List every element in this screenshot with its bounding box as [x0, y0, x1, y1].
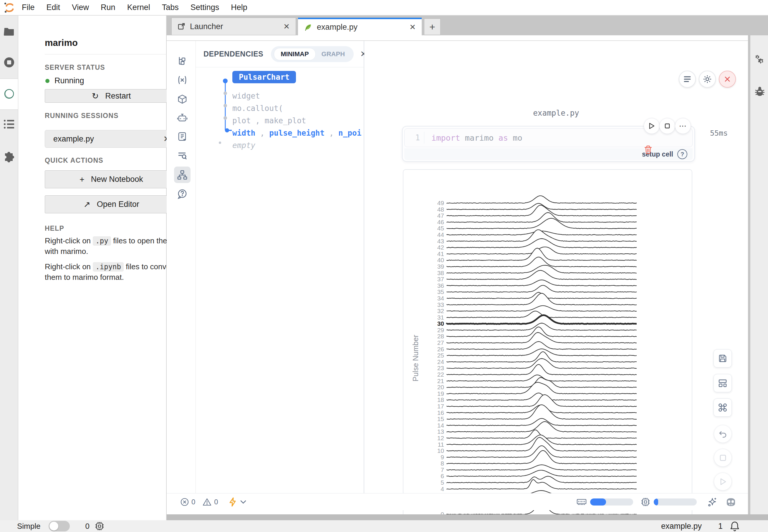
variable-explorer-icon[interactable] — [174, 53, 190, 69]
menu-file[interactable]: File — [16, 3, 41, 12]
notebook-status-toolbar: 0 0 — [167, 493, 748, 510]
menu-tabs[interactable]: Tabs — [156, 3, 184, 12]
session-name: example.py — [53, 134, 163, 144]
menu-edit[interactable]: Edit — [41, 3, 66, 12]
restart-button[interactable]: ↻ Restart — [45, 89, 178, 103]
notebook-filename: example.py — [364, 109, 748, 117]
notebook-settings-button[interactable] — [699, 71, 716, 88]
menu-bar: File Edit View Run Kernel Tabs Settings … — [0, 0, 768, 16]
launcher-tab-icon — [177, 23, 185, 30]
stop-cell-button[interactable] — [659, 118, 675, 134]
tree-item-plot[interactable]: plot , make_plot — [232, 116, 306, 125]
marimo-sidebar-panel: marimo SERVER STATUS Running ↻ Restart R… — [18, 16, 167, 520]
notification-count: 1 — [718, 522, 723, 531]
svg-text:45: 45 — [437, 225, 444, 232]
layout-toggle-button[interactable] — [714, 374, 732, 392]
tree-item-widget[interactable]: widget — [232, 92, 260, 100]
scratchpad-search-icon[interactable] — [174, 147, 190, 164]
help-panel-icon[interactable] — [174, 186, 190, 202]
notebook-menu-button[interactable] — [679, 71, 696, 88]
svg-text:29: 29 — [437, 327, 444, 333]
interrupt-button[interactable] — [714, 449, 732, 467]
tab-launcher[interactable]: Launcher ✕ — [171, 18, 296, 35]
svg-text:28: 28 — [437, 333, 444, 340]
notebook-panel: example.py ⋯ 1 import marimo as mo — [364, 41, 748, 493]
cell-more-button[interactable]: ⋯ — [675, 118, 691, 134]
extensions-icon[interactable] — [3, 152, 15, 163]
undo-button[interactable] — [714, 425, 732, 443]
bell-icon[interactable] — [730, 521, 740, 531]
pulsar-chart-output: Pulse Number4948474645444342414039383736… — [403, 169, 692, 521]
new-notebook-button[interactable]: + New Notebook — [45, 170, 178, 188]
menu-kernel[interactable]: Kernel — [121, 3, 156, 12]
open-editor-button[interactable]: ↗ Open Editor — [45, 195, 178, 213]
new-tab-button[interactable]: + — [424, 19, 440, 35]
keyboard-shortcuts-button[interactable] — [714, 398, 732, 417]
menu-settings[interactable]: Settings — [184, 3, 225, 12]
svg-text:26: 26 — [437, 346, 444, 353]
svg-text:47: 47 — [437, 212, 444, 219]
session-item[interactable]: example.py ✕ — [45, 130, 178, 148]
run-cell-button[interactable] — [644, 118, 660, 134]
table-of-contents-icon[interactable] — [4, 119, 15, 129]
notebook-shutdown-button[interactable] — [719, 71, 736, 88]
svg-text:33: 33 — [437, 301, 444, 308]
debugger-icon[interactable] — [754, 86, 765, 97]
property-inspector-icon[interactable] — [754, 55, 765, 65]
kernel-chip-icon — [95, 521, 104, 531]
menu-run[interactable]: Run — [95, 3, 121, 12]
simple-mode-toggle[interactable] — [49, 521, 70, 531]
help-text-py: Right-click on .py files to open them wi… — [45, 236, 180, 257]
marimo-leaf-icon — [304, 23, 312, 31]
panel-icon-strip — [169, 41, 196, 493]
ai-sparkle-icon[interactable] — [707, 497, 717, 507]
tab-minimap[interactable]: MINIMAP — [274, 48, 315, 60]
warning-indicator[interactable]: 0 — [202, 498, 221, 506]
ram-progress-bar — [590, 498, 633, 506]
tree-item-empty[interactable]: empty — [232, 141, 255, 150]
packages-icon[interactable] — [174, 91, 190, 107]
dependency-tree-lines — [196, 67, 237, 191]
run-mode-indicator[interactable] — [229, 497, 247, 507]
external-arrow-icon: ↗ — [83, 199, 90, 209]
svg-text:9: 9 — [440, 454, 444, 460]
view-toggle: MINIMAP GRAPH — [271, 46, 354, 62]
ram-usage — [577, 498, 633, 506]
tree-item-pulsarchart[interactable]: PulsarChart — [232, 73, 296, 82]
marimo-sidebar-icon[interactable] — [3, 88, 15, 99]
delete-cell-icon[interactable] — [644, 145, 653, 156]
dependencies-panel-icon[interactable] — [174, 167, 190, 183]
functions-icon[interactable] — [174, 72, 190, 88]
tree-item-width[interactable]: width , pulse_height , n_poi — [232, 129, 361, 137]
svg-text:43: 43 — [437, 238, 444, 245]
tree-item-callout[interactable]: mo.callout( — [232, 104, 283, 113]
cpu-usage — [641, 497, 697, 507]
setup-help-icon[interactable]: ? — [677, 149, 687, 159]
save-notebook-button[interactable] — [714, 349, 732, 368]
svg-text:8: 8 — [440, 460, 444, 467]
server-status-value: Running — [54, 76, 84, 85]
ai-assistant-icon[interactable] — [174, 110, 190, 126]
logs-icon[interactable] — [174, 128, 190, 145]
tab-graph[interactable]: GRAPH — [316, 50, 351, 58]
menu-help[interactable]: Help — [225, 3, 253, 12]
close-tab-icon[interactable]: ✕ — [409, 23, 416, 32]
svg-text:20: 20 — [437, 384, 444, 390]
sidebar-title: marimo — [45, 38, 78, 48]
ipynb-extension-chip: .ipynb — [93, 262, 124, 272]
simple-mode-label: Simple — [17, 522, 40, 531]
copilot-icon[interactable] — [726, 498, 736, 506]
svg-text:38: 38 — [437, 270, 444, 276]
error-indicator[interactable]: 0 — [180, 498, 198, 506]
svg-text:40: 40 — [437, 257, 444, 263]
tab-example-py[interactable]: example.py ✕ — [298, 18, 422, 35]
file-browser-icon[interactable] — [4, 26, 15, 36]
help-heading: HELP — [45, 225, 64, 232]
dock-resize-band[interactable] — [167, 514, 768, 520]
close-tab-icon[interactable]: ✕ — [283, 22, 290, 31]
svg-text:5: 5 — [440, 479, 444, 486]
svg-text:32: 32 — [437, 307, 444, 314]
running-kernels-icon[interactable] — [4, 57, 15, 68]
run-all-button[interactable] — [714, 473, 732, 491]
menu-view[interactable]: View — [66, 3, 95, 12]
